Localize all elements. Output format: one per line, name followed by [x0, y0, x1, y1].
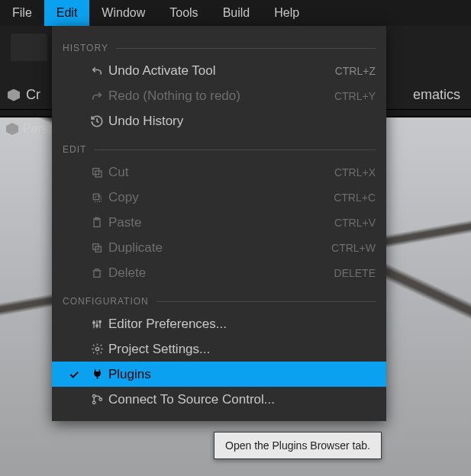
menuitem-undo-history[interactable]: Undo History — [52, 108, 386, 133]
menuitem-cut: Cut CTRL+X — [52, 159, 386, 185]
svg-rect-3 — [95, 196, 101, 201]
menuitem-shortcut: CTRL+C — [334, 191, 376, 204]
menuitem-label: Copy — [108, 190, 334, 205]
toolbar-left: Cr — [8, 87, 40, 103]
level-tab[interactable] — [11, 34, 47, 61]
cut-icon — [85, 166, 108, 178]
undo-history-icon — [85, 114, 108, 128]
menu-window[interactable]: Window — [89, 0, 157, 26]
trash-icon — [85, 267, 108, 279]
menuitem-editor-preferences[interactable]: Editor Preferences... — [52, 311, 386, 336]
plug-icon — [85, 368, 108, 381]
menuitem-shortcut: CTRL+Z — [335, 65, 376, 77]
menuitem-label: Undo History — [108, 114, 376, 129]
menuitem-label: Paste — [108, 215, 334, 230]
section-header-history: HISTORY — [52, 32, 386, 58]
viewport-mode-label[interactable]: Persp — [6, 122, 55, 136]
toolbar-right[interactable]: ematics — [413, 87, 460, 103]
menuitem-plugins[interactable]: Plugins — [52, 362, 386, 387]
source-control-icon — [85, 393, 108, 406]
menuitem-redo: Redo (Nothing to redo) CTRL+Y — [52, 83, 386, 108]
cube-plus-icon — [8, 89, 20, 101]
svg-point-12 — [92, 394, 95, 397]
menuitem-label: Cut — [108, 165, 334, 180]
gear-icon — [85, 343, 108, 355]
sliders-icon — [85, 318, 108, 330]
duplicate-icon — [85, 242, 108, 254]
section-header-configuration: CONFIGURATION — [52, 285, 386, 311]
menuitem-label: Redo (Nothing to redo) — [108, 88, 334, 104]
redo-icon — [85, 89, 108, 103]
menuitem-label: Project Settings... — [108, 342, 376, 357]
svg-rect-0 — [93, 168, 99, 174]
menuitem-project-settings[interactable]: Project Settings... — [52, 336, 386, 362]
menu-file[interactable]: File — [0, 0, 44, 26]
menuitem-shortcut: CTRL+W — [331, 242, 376, 254]
svg-point-8 — [93, 321, 95, 323]
svg-point-13 — [92, 401, 95, 404]
menuitem-label: Delete — [108, 265, 334, 281]
menu-tools[interactable]: Tools — [157, 0, 210, 26]
menu-build[interactable]: Build — [211, 0, 263, 26]
menuitem-label: Undo Activate Tool — [108, 63, 335, 79]
svg-point-9 — [96, 324, 98, 326]
check-icon — [63, 368, 85, 381]
copy-icon — [85, 191, 108, 204]
svg-point-10 — [99, 320, 102, 323]
tooltip: Open the Plugins Browser tab. — [214, 432, 382, 459]
section-header-edit: EDIT — [52, 133, 386, 159]
menuitem-shortcut: CTRL+Y — [334, 90, 376, 102]
edit-dropdown: HISTORY Undo Activate Tool CTRL+Z Redo (… — [52, 26, 386, 421]
menuitem-label: Editor Preferences... — [108, 317, 376, 332]
paste-icon — [85, 217, 108, 229]
undo-icon — [85, 64, 108, 78]
menuitem-shortcut: CTRL+V — [334, 217, 376, 229]
toolbar-create-label[interactable]: Cr — [26, 87, 40, 103]
svg-rect-2 — [93, 194, 98, 199]
menuitem-undo[interactable]: Undo Activate Tool CTRL+Z — [52, 58, 386, 83]
menuitem-source-control[interactable]: Connect To Source Control... — [52, 387, 386, 412]
menuitem-label: Connect To Source Control... — [108, 392, 376, 407]
cube-icon — [6, 123, 18, 135]
menubar: File Edit Window Tools Build Help — [0, 0, 471, 26]
menuitem-paste: Paste CTRL+V — [52, 210, 386, 235]
menu-help[interactable]: Help — [262, 0, 311, 26]
menuitem-shortcut: DELETE — [334, 267, 376, 279]
menuitem-duplicate: Duplicate CTRL+W — [52, 235, 386, 260]
menuitem-shortcut: CTRL+X — [334, 166, 376, 178]
menu-edit[interactable]: Edit — [44, 0, 90, 26]
menuitem-label: Duplicate — [108, 240, 331, 256]
menuitem-copy: Copy CTRL+C — [52, 185, 386, 210]
menuitem-label: Plugins — [108, 367, 376, 382]
menuitem-delete: Delete DELETE — [52, 260, 386, 285]
svg-point-11 — [95, 347, 98, 350]
